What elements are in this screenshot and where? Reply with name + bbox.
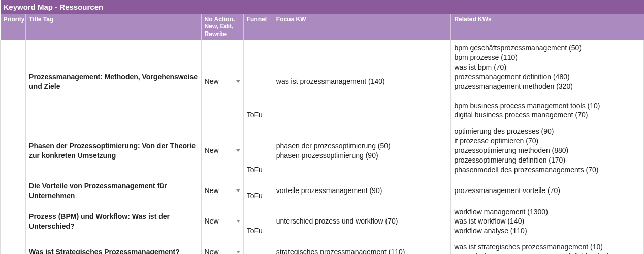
- action-dropdown-label: New: [205, 247, 219, 254]
- cell-priority[interactable]: [1, 40, 26, 123]
- cell-priority[interactable]: [1, 123, 26, 178]
- cell-focus-kw[interactable]: strategisches prozessmanagement (110): [273, 239, 451, 254]
- cell-title-tag[interactable]: Die Vorteile von Prozessmanagement für U…: [26, 178, 202, 204]
- action-dropdown[interactable]: New: [205, 247, 240, 254]
- cell-title-tag[interactable]: Phasen der Prozessoptimierung: Von der T…: [26, 123, 202, 178]
- cell-funnel[interactable]: ToFu: [243, 239, 273, 254]
- header-funnel[interactable]: Funnel: [243, 14, 273, 40]
- cell-action[interactable]: New: [201, 239, 243, 254]
- header-title-tag[interactable]: Title Tag: [26, 14, 202, 40]
- header-action[interactable]: No Action, New, Edit, Rewrite: [201, 14, 243, 40]
- action-dropdown[interactable]: New: [205, 216, 240, 226]
- cell-related-kws[interactable]: prozessmanagement vorteile (70): [451, 178, 644, 204]
- action-dropdown-label: New: [205, 216, 219, 226]
- header-priority[interactable]: Priority: [1, 14, 26, 40]
- header-related-kws[interactable]: Related KWs: [451, 14, 644, 40]
- cell-focus-kw[interactable]: was ist prozessmanagement (140): [273, 40, 451, 123]
- action-dropdown[interactable]: New: [205, 146, 240, 155]
- cell-action[interactable]: New: [201, 204, 243, 239]
- cell-priority[interactable]: [1, 239, 26, 254]
- cell-action[interactable]: New: [201, 40, 243, 123]
- table-row: Phasen der Prozessoptimierung: Von der T…: [1, 123, 644, 178]
- cell-related-kws[interactable]: workflow management (1300) was ist workf…: [451, 204, 644, 239]
- cell-priority[interactable]: [1, 178, 26, 204]
- cell-focus-kw[interactable]: phasen der prozessoptimierung (50) phase…: [273, 123, 451, 178]
- cell-focus-kw[interactable]: unterschied prozess und workflow (70): [273, 204, 451, 239]
- cell-title-tag[interactable]: Prozessmanagement: Methoden, Vorgehenswe…: [26, 40, 202, 123]
- chevron-down-icon: [236, 189, 240, 192]
- action-dropdown[interactable]: New: [205, 77, 240, 86]
- chevron-down-icon: [236, 251, 240, 253]
- cell-funnel[interactable]: ToFu: [243, 204, 273, 239]
- cell-action[interactable]: New: [201, 123, 243, 178]
- table-row: Prozess (BPM) und Workflow: Was ist der …: [1, 204, 644, 239]
- sheet-title-row: Keyword Map - Ressourcen: [1, 0, 644, 14]
- action-dropdown-label: New: [205, 77, 219, 86]
- table-body: Prozessmanagement: Methoden, Vorgehenswe…: [1, 40, 644, 254]
- table-row: Die Vorteile von Prozessmanagement für U…: [1, 178, 644, 204]
- cell-related-kws[interactable]: optimierung des prozesses (90) it prozes…: [451, 123, 644, 178]
- chevron-down-icon: [236, 220, 240, 223]
- chevron-down-icon: [236, 80, 240, 83]
- sheet-title: Keyword Map - Ressourcen: [1, 0, 451, 14]
- cell-focus-kw[interactable]: vorteile prozessmanagement (90): [273, 178, 451, 204]
- cell-related-kws[interactable]: was ist strategisches prozessmanagement …: [451, 239, 644, 254]
- cell-title-tag[interactable]: Prozess (BPM) und Workflow: Was ist der …: [26, 204, 202, 239]
- cell-funnel[interactable]: ToFu: [243, 40, 273, 123]
- cell-funnel[interactable]: ToFu: [243, 178, 273, 204]
- keyword-map-table: Keyword Map - Ressourcen Priority Title …: [0, 0, 644, 254]
- table-row: Prozessmanagement: Methoden, Vorgehenswe…: [1, 40, 644, 123]
- chevron-down-icon: [236, 149, 240, 152]
- action-dropdown-label: New: [205, 186, 219, 196]
- sheet-title-spacer: [451, 0, 644, 14]
- header-focus-kw[interactable]: Focus KW: [273, 14, 451, 40]
- action-dropdown-label: New: [205, 146, 219, 155]
- action-dropdown[interactable]: New: [205, 186, 240, 196]
- cell-action[interactable]: New: [201, 178, 243, 204]
- table-row: Was ist Strategisches Prozessmanagement?…: [1, 239, 644, 254]
- cell-title-tag[interactable]: Was ist Strategisches Prozessmanagement?: [26, 239, 202, 254]
- cell-related-kws[interactable]: bpm geschäftsprozessmanagement (50) bpm …: [451, 40, 644, 123]
- column-header-row: Priority Title Tag No Action, New, Edit,…: [1, 14, 644, 40]
- cell-funnel[interactable]: ToFu: [243, 123, 273, 178]
- cell-priority[interactable]: [1, 204, 26, 239]
